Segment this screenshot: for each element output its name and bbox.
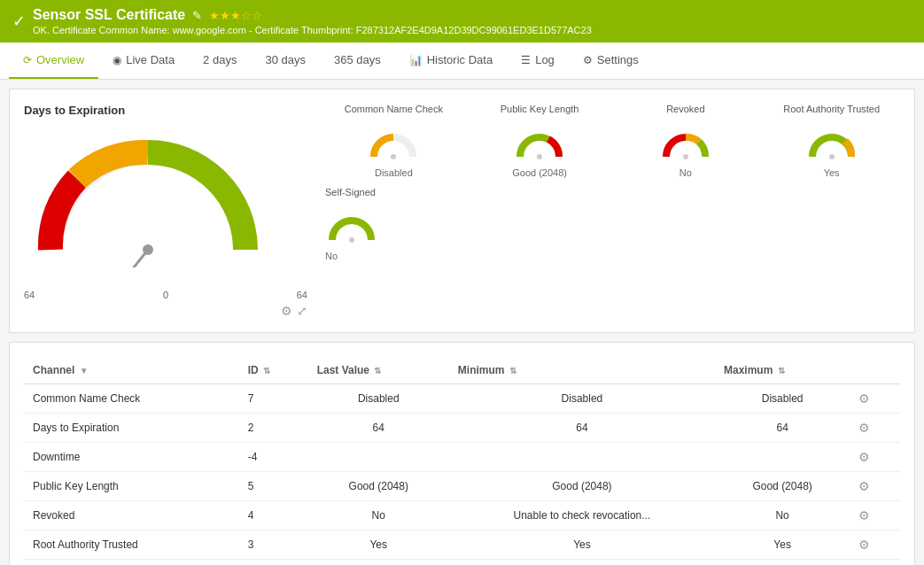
table-row: Root Authority Trusted 3 Yes Yes Yes ⚙: [24, 530, 900, 560]
root-authority-value: Yes: [824, 167, 840, 178]
row-maximum: Good (2048): [715, 472, 850, 501]
row-settings-icon[interactable]: ⚙: [858, 538, 870, 552]
row-action[interactable]: ⚙: [850, 443, 900, 472]
row-maximum: [715, 443, 850, 472]
row-last-value: Disabled: [308, 384, 449, 414]
row-action[interactable]: ⚙: [850, 384, 900, 414]
revoked-value: No: [679, 167, 692, 178]
row-channel: Days to Expiration: [24, 414, 239, 443]
common-name-svg: [367, 120, 420, 164]
page-title: Sensor SSL Certificate: [33, 7, 185, 23]
edit-icon[interactable]: ✎: [192, 9, 202, 22]
table-row: Revoked 4 No Unable to check revocation.…: [24, 501, 900, 530]
tab-365days-label: 365 days: [334, 53, 381, 66]
gauge-resize-icon[interactable]: ⤢: [297, 304, 307, 318]
row-action[interactable]: ⚙: [850, 501, 900, 530]
col-maximum[interactable]: Maximum ⇅: [715, 357, 850, 384]
livedata-icon: ◉: [113, 54, 121, 66]
row-settings-icon[interactable]: ⚙: [858, 508, 870, 522]
row-settings-icon[interactable]: ⚙: [858, 479, 870, 493]
tab-log[interactable]: ☰ Log: [507, 43, 569, 79]
public-key-svg: [513, 120, 566, 164]
row-maximum: Disabled: [715, 384, 850, 414]
row-last-value: [308, 443, 449, 472]
row-settings-icon[interactable]: ⚙: [858, 450, 870, 464]
tab-settings[interactable]: ⚙ Settings: [569, 43, 653, 79]
table-row: Public Key Length 5 Good (2048) Good (20…: [24, 472, 900, 501]
check-icon: ✓: [12, 12, 26, 31]
col-actions: [850, 357, 900, 384]
row-maximum: No: [715, 501, 850, 530]
days-to-expiration-gauge: Days to Expiration: [24, 104, 307, 318]
channel-sort-icon: ▼: [80, 366, 89, 375]
gauge-svg: [24, 126, 272, 267]
svg-point-6: [349, 237, 354, 243]
common-name-title: Common Name Check: [345, 104, 443, 114]
table-header: Channel ▼ ID ⇅ Last Value ⇅ Minimum ⇅: [24, 357, 900, 384]
mini-gauge-root-authority: Root Authority Trusted Yes: [763, 104, 900, 178]
col-last-value[interactable]: Last Value ⇅: [308, 357, 449, 384]
mini-gauge-public-key: Public Key Length Good (2048): [471, 104, 609, 178]
tab-historic-data[interactable]: 📊 Historic Data: [395, 43, 507, 79]
row-id: -4: [239, 443, 308, 472]
self-signed-title: Self-Signed: [325, 187, 376, 197]
maximum-sort-icon: ⇅: [778, 366, 785, 375]
svg-line-0: [113, 250, 148, 267]
root-authority-svg: [805, 120, 858, 164]
row-channel: Revoked: [24, 501, 239, 530]
tab-365days[interactable]: 365 days: [320, 43, 395, 79]
tab-2days[interactable]: 2 days: [189, 43, 251, 79]
tab-overview-label: Overview: [36, 53, 84, 66]
row-minimum: Disabled: [449, 384, 715, 414]
table-row: Common Name Check 7 Disabled Disabled Di…: [24, 384, 900, 414]
row-id: 6: [239, 560, 308, 566]
row-minimum: Yes: [449, 530, 715, 560]
row-action[interactable]: ⚙: [850, 472, 900, 501]
row-minimum: Unable to check revocation...: [449, 501, 715, 530]
revoked-title: Revoked: [666, 104, 704, 114]
row-maximum: 64: [715, 414, 850, 443]
tab-settings-label: Settings: [597, 53, 639, 66]
tab-30days-label: 30 days: [265, 53, 306, 66]
channels-table: Channel ▼ ID ⇅ Last Value ⇅ Minimum ⇅: [24, 357, 900, 565]
revoked-svg: [659, 120, 712, 164]
svg-point-5: [829, 154, 835, 159]
row-action[interactable]: ⚙: [850, 560, 900, 566]
minimum-sort-icon: ⇅: [509, 366, 516, 375]
tab-overview[interactable]: ⟳ Overview: [9, 43, 98, 79]
settings-icon: ⚙: [583, 54, 593, 66]
row-id: 5: [239, 472, 308, 501]
main-content: Days to Expiration: [0, 80, 924, 565]
self-signed-svg: [325, 203, 378, 247]
row-id: 3: [239, 530, 308, 560]
row-channel: Common Name Check: [24, 384, 239, 414]
svg-point-3: [537, 154, 542, 159]
row-action[interactable]: ⚙: [850, 414, 900, 443]
common-name-value: Disabled: [375, 167, 413, 178]
row-id: 2: [239, 414, 308, 443]
row-last-value: No: [308, 560, 449, 566]
gauge-gear-icon[interactable]: ⚙: [281, 304, 292, 318]
row-action[interactable]: ⚙: [850, 530, 900, 560]
row-settings-icon[interactable]: ⚙: [858, 421, 870, 435]
row-last-value: Good (2048): [308, 472, 449, 501]
tab-log-label: Log: [535, 53, 555, 66]
gauge-max-label: 64: [297, 290, 307, 300]
col-id[interactable]: ID ⇅: [239, 357, 308, 384]
row-minimum: 64: [449, 414, 715, 443]
row-id: 7: [239, 384, 308, 414]
gauge-min-label: 64: [24, 290, 35, 300]
tab-live-data[interactable]: ◉ Live Data: [98, 43, 189, 79]
tab-30days[interactable]: 30 days: [251, 43, 320, 79]
col-minimum[interactable]: Minimum ⇅: [449, 357, 715, 384]
col-channel[interactable]: Channel ▼: [24, 357, 239, 384]
gauge-visual: [24, 126, 290, 285]
public-key-title: Public Key Length: [501, 104, 579, 114]
table-row: Self-Signed 6 No No No ⚙: [24, 560, 900, 566]
tab-2days-label: 2 days: [203, 53, 237, 66]
row-last-value: No: [308, 501, 449, 530]
historic-icon: 📊: [409, 54, 423, 66]
table-row: Downtime -4 ⚙: [24, 443, 900, 472]
tab-historic-label: Historic Data: [427, 53, 493, 66]
row-settings-icon[interactable]: ⚙: [858, 391, 870, 406]
